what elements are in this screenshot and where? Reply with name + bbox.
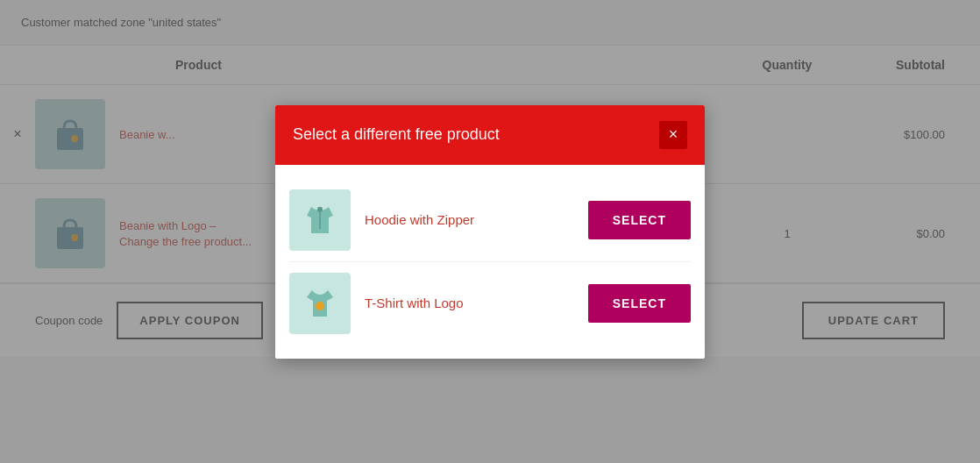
modal-title: Select a different free product: [293, 125, 500, 144]
product-option-link-1[interactable]: Hoodie with Zipper: [365, 212, 588, 227]
modal-close-button[interactable]: ×: [659, 121, 687, 149]
product-option-link-2[interactable]: T-Shirt with Logo: [365, 296, 588, 310]
product-option-row-2: T-Shirt with Logo SELECT: [289, 262, 691, 345]
product-option-row: Hoodie with Zipper SELECT: [289, 179, 691, 262]
modal-header: Select a different free product ×: [275, 105, 705, 165]
svg-point-6: [316, 302, 324, 310]
tshirt-icon: [298, 281, 342, 325]
hoodie-icon: [298, 198, 342, 242]
page-background: Customer matched zone "united states" Pr…: [0, 0, 980, 463]
select-button-1[interactable]: SELECT: [588, 201, 691, 239]
modal-overlay: Select a different free product ×: [0, 0, 980, 463]
free-product-modal: Select a different free product ×: [275, 105, 705, 359]
product-option-image-2: [289, 273, 351, 334]
select-button-2[interactable]: SELECT: [588, 284, 691, 323]
modal-body: Hoodie with Zipper SELECT T-Shirt with L…: [275, 165, 705, 359]
product-option-image-1: [289, 189, 351, 251]
